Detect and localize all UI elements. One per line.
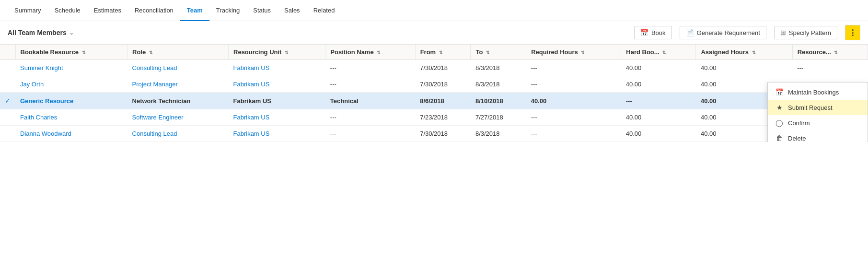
row3-resourcing-unit: Fabrikam US: [229, 93, 325, 109]
row4-to: 7/27/2018: [471, 109, 526, 126]
row5-bookable-resource[interactable]: Dianna Woodward: [15, 126, 127, 142]
table-container: Bookable Resource ⇅ Role ⇅ Resourcing Un…: [0, 45, 868, 142]
nav-summary[interactable]: Summary: [8, 0, 48, 21]
row3-required: 40.00: [526, 93, 621, 109]
generate-label: Generate Requirement: [697, 29, 760, 36]
nav-tracking[interactable]: Tracking: [209, 0, 246, 21]
col-resource[interactable]: Resource... ⇅: [792, 45, 868, 60]
row1-check[interactable]: [0, 60, 15, 76]
confirm-icon: ◯: [775, 119, 783, 127]
col-assigned-hours[interactable]: Assigned Hours ⇅: [696, 45, 792, 60]
book-button[interactable]: 📅 Book: [634, 26, 672, 39]
table-body: Summer Knight Consulting Lead Fabrikam U…: [0, 60, 868, 142]
table-row: Jay Orth Project Manager Fabrikam US ---…: [0, 76, 868, 93]
toolbar: All Team Members ⌄ 📅 Book 📄 Generate Req…: [0, 21, 868, 45]
row3-check[interactable]: ✓: [0, 93, 15, 109]
row1-role[interactable]: Consulting Lead: [127, 60, 229, 76]
col-required-hours[interactable]: Required Hours ⇅: [526, 45, 621, 60]
row2-hardbook: 40.00: [621, 76, 696, 93]
row5-check[interactable]: [0, 126, 15, 142]
row4-resourcing-unit[interactable]: Fabrikam US: [229, 109, 325, 126]
row4-check[interactable]: [0, 109, 15, 126]
nav-team[interactable]: Team: [180, 0, 209, 21]
submit-icon: ★: [775, 104, 783, 111]
col-resourcing-unit[interactable]: Resourcing Unit ⇅: [229, 45, 325, 60]
row4-position: ---: [325, 109, 415, 126]
nav-reconciliation[interactable]: Reconciliation: [128, 0, 180, 21]
sort-role-icon: ⇅: [149, 50, 153, 55]
row2-role[interactable]: Project Manager: [127, 76, 229, 93]
row4-hardbook: 40.00: [621, 109, 696, 126]
generate-icon: 📄: [686, 29, 694, 36]
row5-hardbook: 40.00: [621, 126, 696, 142]
table-row: Summer Knight Consulting Lead Fabrikam U…: [0, 60, 868, 76]
generate-requirement-button[interactable]: 📄 Generate Requirement: [680, 26, 766, 39]
row3-role: Network Technician: [127, 93, 229, 109]
grid-icon: ⊞: [780, 29, 786, 36]
menu-submit-request[interactable]: ★ Submit Request: [768, 100, 868, 115]
sort-bookable-resource-icon: ⇅: [82, 50, 86, 55]
trash-icon: 🗑: [775, 134, 783, 142]
more-button[interactable]: ⋮: [845, 25, 860, 40]
nav-related[interactable]: Related: [307, 0, 342, 21]
context-menu: 📅 Maintain Bookings ★ Submit Request ◯ C…: [767, 82, 868, 142]
specify-label: Specify Pattern: [789, 29, 831, 36]
menu-confirm[interactable]: ◯ Confirm: [768, 115, 868, 130]
row3-from: 8/6/2018: [415, 93, 471, 109]
menu-delete[interactable]: 🗑 Delete: [768, 130, 868, 142]
row5-required: ---: [526, 126, 621, 142]
row1-to: 8/3/2018: [471, 60, 526, 76]
row2-resourcing-unit[interactable]: Fabrikam US: [229, 76, 325, 93]
menu-delete-label: Delete: [788, 135, 806, 142]
row1-resource: ---: [792, 60, 868, 76]
sort-hardbook-icon: ⇅: [662, 50, 666, 55]
top-nav: Summary Schedule Estimates Reconciliatio…: [0, 0, 868, 21]
chevron-down-icon: ⌄: [69, 30, 73, 35]
more-icon: ⋮: [849, 28, 856, 37]
table-header-row: Bookable Resource ⇅ Role ⇅ Resourcing Un…: [0, 45, 868, 60]
row4-bookable-resource[interactable]: Faith Charles: [15, 109, 127, 126]
row2-position: ---: [325, 76, 415, 93]
menu-submit-label: Submit Request: [788, 104, 833, 111]
row4-from: 7/23/2018: [415, 109, 471, 126]
page-wrapper: Summary Schedule Estimates Reconciliatio…: [0, 0, 868, 260]
row3-to: 8/10/2018: [471, 93, 526, 109]
filter-label: All Team Members: [8, 29, 67, 36]
row2-bookable-resource[interactable]: Jay Orth: [15, 76, 127, 93]
row4-role[interactable]: Software Engineer: [127, 109, 229, 126]
row2-to: 8/3/2018: [471, 76, 526, 93]
nav-schedule[interactable]: Schedule: [48, 0, 87, 21]
row5-from: 7/30/2018: [415, 126, 471, 142]
nav-sales[interactable]: Sales: [278, 0, 307, 21]
row5-to: 8/3/2018: [471, 126, 526, 142]
book-label: Book: [651, 29, 666, 36]
filter-dropdown[interactable]: All Team Members ⌄: [8, 29, 73, 36]
table-row: Faith Charles Software Engineer Fabrikam…: [0, 109, 868, 126]
menu-confirm-label: Confirm: [788, 119, 810, 127]
menu-maintain-bookings[interactable]: 📅 Maintain Bookings: [768, 84, 868, 100]
specify-pattern-button[interactable]: ⊞ Specify Pattern: [774, 26, 837, 39]
row1-bookable-resource[interactable]: Summer Knight: [15, 60, 127, 76]
row4-required: ---: [526, 109, 621, 126]
nav-estimates[interactable]: Estimates: [87, 0, 128, 21]
col-hard-boo[interactable]: Hard Boo... ⇅: [621, 45, 696, 60]
row5-role[interactable]: Consulting Lead: [127, 126, 229, 142]
row5-resourcing-unit[interactable]: Fabrikam US: [229, 126, 325, 142]
team-table: Bookable Resource ⇅ Role ⇅ Resourcing Un…: [0, 45, 868, 142]
row3-bookable-resource[interactable]: Generic Resource: [15, 93, 127, 109]
nav-status[interactable]: Status: [246, 0, 278, 21]
row1-resourcing-unit[interactable]: Fabrikam US: [229, 60, 325, 76]
col-role[interactable]: Role ⇅: [127, 45, 229, 60]
sort-required-icon: ⇅: [581, 50, 585, 55]
row3-position: Technical: [325, 93, 415, 109]
col-check: [0, 45, 15, 60]
col-position-name[interactable]: Position Name ⇅: [325, 45, 415, 60]
table-row-selected: ✓ Generic Resource Network Technician Fa…: [0, 93, 868, 109]
row1-position: ---: [325, 60, 415, 76]
sort-resource-icon: ⇅: [834, 50, 838, 55]
row2-check[interactable]: [0, 76, 15, 93]
sort-position-icon: ⇅: [377, 50, 381, 55]
col-bookable-resource[interactable]: Bookable Resource ⇅: [15, 45, 127, 60]
col-to[interactable]: To ⇅: [471, 45, 526, 60]
col-from[interactable]: From ⇅: [415, 45, 471, 60]
